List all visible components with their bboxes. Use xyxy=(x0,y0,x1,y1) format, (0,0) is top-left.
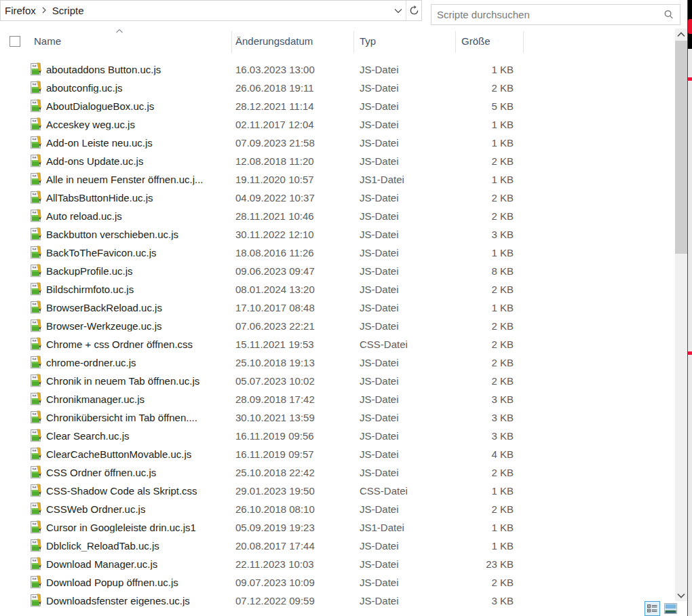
column-header-name[interactable]: Name xyxy=(34,35,61,47)
script-file-icon xyxy=(31,282,42,295)
file-name: Chronikübersicht im Tab öffnen.... xyxy=(46,411,197,423)
table-row[interactable]: CSS Ordner öffnen.uc.js 25.10.2018 22:42… xyxy=(0,463,675,481)
table-row[interactable]: Dblclick_ReloadTab.uc.js 20.08.2017 17:4… xyxy=(0,536,675,554)
script-file-icon xyxy=(31,539,42,552)
column-resize-handle[interactable] xyxy=(231,31,232,53)
edge-red-marker xyxy=(688,77,692,81)
edge-red-marker xyxy=(688,351,692,355)
search-input[interactable] xyxy=(431,5,657,24)
column-header-size[interactable]: Größe xyxy=(461,35,491,47)
file-type: JS1-Datei xyxy=(360,521,404,533)
table-row[interactable]: Cursor in Googleleiste drin.uc.js1 05.09… xyxy=(0,518,675,536)
script-file-icon xyxy=(31,355,42,368)
table-row[interactable]: BrowserBackReload.uc.js 17.10.2017 08:48… xyxy=(0,298,675,316)
table-row[interactable]: CSS-Shadow Code als Skript.css 29.01.202… xyxy=(0,481,675,499)
table-row[interactable]: aboutaddons Button.uc.js 16.03.2023 13:0… xyxy=(0,60,675,78)
table-row[interactable]: BackToTheFavicon.uc.js 18.08.2016 11:26 … xyxy=(0,243,675,261)
file-date: 20.08.2017 17:44 xyxy=(235,539,315,551)
file-size: 2 KB xyxy=(455,466,514,478)
file-name: Chronikmanager.uc.js xyxy=(46,393,145,404)
file-date: 12.08.2018 11:20 xyxy=(235,155,314,166)
select-all-checkbox[interactable] xyxy=(9,36,20,47)
file-name: chrome-ordner.uc.js xyxy=(46,356,136,368)
file-date: 28.09.2018 17:42 xyxy=(235,393,315,404)
breadcrumb-separator-icon xyxy=(40,7,48,14)
file-date: 16.03.2023 13:00 xyxy=(235,63,315,75)
sort-ascending-icon xyxy=(115,28,123,34)
table-row[interactable]: Chronik in neuem Tab öffnen.uc.js 05.07.… xyxy=(0,371,675,389)
file-date: 17.10.2017 08:48 xyxy=(235,301,315,313)
file-date: 29.01.2023 19:50 xyxy=(235,484,315,496)
table-row[interactable]: Add-on Leiste neu.uc.js 07.09.2023 21:58… xyxy=(0,133,675,151)
table-row[interactable]: Downloadsfenster eigenes.uc.js 07.12.202… xyxy=(0,591,675,609)
scrollbar-up-button[interactable] xyxy=(675,28,687,40)
file-size: 23 KB xyxy=(455,558,514,569)
thumbnail-view-button[interactable] xyxy=(663,601,678,616)
file-list: aboutaddons Button.uc.js 16.03.2023 13:0… xyxy=(0,60,675,616)
table-row[interactable]: AllTabsButtonHide.uc.js 04.09.2022 10:37… xyxy=(0,188,675,206)
table-row[interactable]: aboutconfig.uc.js 26.06.2018 19:11 JS-Da… xyxy=(0,78,675,96)
file-size: 2 KB xyxy=(455,356,514,368)
script-file-icon xyxy=(31,575,42,588)
file-date: 30.10.2021 13:59 xyxy=(235,411,315,423)
file-date: 07.09.2023 21:58 xyxy=(235,136,315,148)
file-size: 4 KB xyxy=(455,448,514,459)
address-dropdown-button[interactable] xyxy=(391,1,406,20)
file-size: 1 KB xyxy=(455,63,514,75)
table-row[interactable]: Alle in neuem Fenster öffnen.uc.j... 19.… xyxy=(0,170,675,188)
column-resize-handle[interactable] xyxy=(455,31,456,53)
table-row[interactable]: Add-ons Update.uc.js 12.08.2018 11:20 JS… xyxy=(0,151,675,170)
search-box[interactable] xyxy=(431,4,680,25)
table-row[interactable]: chrome-ordner.uc.js 25.10.2018 19:13 JS-… xyxy=(0,353,675,371)
file-date: 16.11.2019 09:57 xyxy=(235,448,314,459)
breadcrumb-item-scripte[interactable]: Scripte xyxy=(48,5,88,16)
details-view-button[interactable] xyxy=(645,601,660,616)
file-type: JS-Datei xyxy=(360,118,399,130)
file-date: 05.09.2019 19:23 xyxy=(235,521,315,533)
vertical-scrollbar[interactable] xyxy=(675,28,687,601)
address-bar[interactable]: Firefox Scripte xyxy=(0,0,422,21)
breadcrumb-item-firefox[interactable]: Firefox xyxy=(1,5,40,16)
column-header-type[interactable]: Typ xyxy=(360,35,376,47)
table-row[interactable]: ClearCacheButtonMovable.uc.js 16.11.2019… xyxy=(0,444,675,463)
table-row[interactable]: Chrome + css Ordner öffnen.css 15.11.202… xyxy=(0,334,675,353)
table-row[interactable]: Backbutton verschieben.uc.js 30.11.2022 … xyxy=(0,225,675,243)
script-file-icon xyxy=(31,594,42,607)
file-size: 1 KB xyxy=(455,539,514,551)
table-row[interactable]: Acceskey weg.uc.js 02.11.2017 12:04 JS-D… xyxy=(0,115,675,133)
file-size: 1 KB xyxy=(455,173,514,185)
file-name: CSSWeb Ordner.uc.js xyxy=(46,503,145,514)
script-file-icon xyxy=(31,392,42,405)
refresh-button[interactable] xyxy=(406,1,421,20)
table-row[interactable]: Browser-Werkzeuge.uc.js 07.06.2023 22:21… xyxy=(0,316,675,334)
file-date: 09.06.2023 09:47 xyxy=(235,265,315,276)
table-row[interactable]: Auto reload.uc.js 28.11.2021 10:46 JS-Da… xyxy=(0,206,675,225)
file-size: 1 KB xyxy=(455,246,514,258)
table-row[interactable]: CSSWeb Ordner.uc.js 26.10.2018 08:10 JS-… xyxy=(0,499,675,518)
view-switcher xyxy=(645,601,678,616)
column-header-date[interactable]: Änderungsdatum xyxy=(235,35,313,47)
column-resize-handle[interactable] xyxy=(523,31,524,53)
chevron-down-icon xyxy=(394,8,402,14)
script-file-icon xyxy=(31,447,42,460)
scrollbar-down-button[interactable] xyxy=(675,590,687,601)
table-row[interactable]: AboutDialogueBox.uc.js 28.12.2021 11:14 … xyxy=(0,96,675,115)
file-type: JS-Datei xyxy=(360,503,399,514)
table-row[interactable]: Bildschirmfoto.uc.js 08.01.2024 13:20 JS… xyxy=(0,280,675,298)
file-type: JS-Datei xyxy=(360,283,399,294)
file-name: CSS-Shadow Code als Skript.css xyxy=(46,484,197,496)
script-file-icon xyxy=(31,502,42,515)
scrollbar-thumb[interactable] xyxy=(675,41,687,254)
table-row[interactable]: Download Popup öffnen.uc.js 09.07.2023 1… xyxy=(0,573,675,591)
script-file-icon xyxy=(31,227,42,240)
file-date: 30.11.2022 12:10 xyxy=(235,228,314,239)
script-file-icon xyxy=(31,301,42,313)
table-row[interactable]: Chronikmanager.uc.js 28.09.2018 17:42 JS… xyxy=(0,389,675,408)
table-row[interactable]: Clear Search.uc.js 16.11.2019 09:56 JS-D… xyxy=(0,426,675,444)
table-row[interactable]: Download Manager.uc.js 22.11.2023 10:03 … xyxy=(0,554,675,573)
file-name: BrowserBackReload.uc.js xyxy=(46,301,162,313)
column-resize-handle[interactable] xyxy=(353,31,354,53)
table-row[interactable]: Chronikübersicht im Tab öffnen.... 30.10… xyxy=(0,408,675,426)
table-row[interactable]: BackupProfile.uc.js 09.06.2023 09:47 JS-… xyxy=(0,261,675,280)
file-type: JS-Datei xyxy=(360,374,399,386)
